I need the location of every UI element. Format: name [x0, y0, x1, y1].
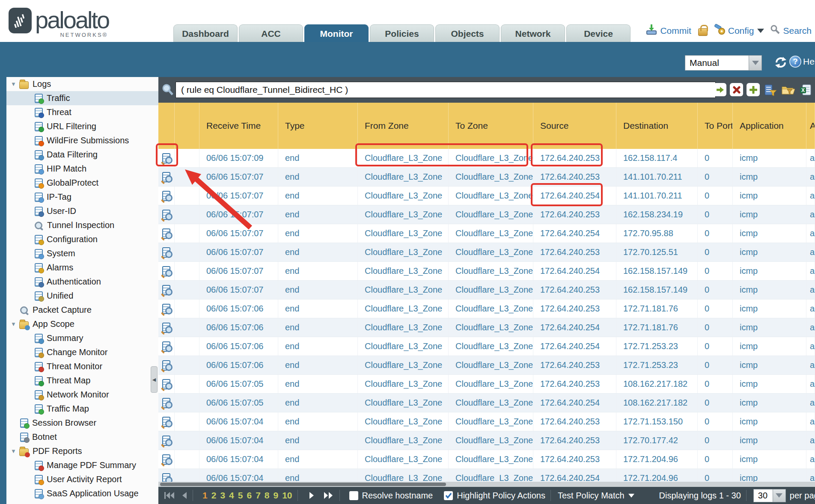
table-row[interactable]: 06/06 15:07:04endCloudflare_L3_ZoneCloud…: [158, 431, 815, 450]
log-detail-icon[interactable]: [162, 247, 170, 258]
table-row[interactable]: 06/06 15:07:05endCloudflare_L3_ZoneCloud…: [158, 394, 815, 412]
sidebar-item-user-id[interactable]: User-ID: [6, 204, 158, 218]
log-detail-icon[interactable]: [162, 473, 170, 482]
add-filter-icon[interactable]: [747, 83, 760, 96]
tab-network[interactable]: Network: [501, 24, 565, 42]
table-row[interactable]: 06/06 15:07:06endCloudflare_L3_ZoneCloud…: [158, 318, 815, 337]
sidebar-item-system[interactable]: System: [6, 246, 158, 261]
page-8[interactable]: 8: [265, 490, 270, 501]
expand-triangle-icon[interactable]: ▼: [11, 321, 19, 327]
sidebar-item-logs[interactable]: ▼Logs: [6, 77, 158, 91]
sidebar-item-botnet[interactable]: Botnet: [6, 430, 158, 444]
column-header-from-zone[interactable]: From Zone: [358, 103, 449, 149]
clear-filter-icon[interactable]: [730, 83, 743, 96]
sidebar-item-manage-pdf-summary[interactable]: Manage PDF Summary: [6, 458, 158, 472]
sidebar-item-authentication[interactable]: Authentication: [6, 275, 158, 289]
sidebar-item-tunnel-inspection[interactable]: Tunnel Inspection: [6, 218, 158, 232]
table-row[interactable]: 06/06 15:07:04endCloudflare_L3_ZoneCloud…: [158, 469, 815, 482]
filter-query-input[interactable]: [175, 82, 716, 98]
log-detail-icon[interactable]: [162, 172, 170, 182]
column-header-destination[interactable]: Destination: [616, 103, 698, 149]
column-header-action[interactable]: Action: [806, 103, 815, 149]
table-row[interactable]: 06/06 15:07:07endCloudflare_L3_ZoneCloud…: [158, 262, 815, 281]
log-detail-icon[interactable]: [162, 210, 170, 220]
table-row[interactable]: 06/06 15:07:07endCloudflare_L3_ZoneCloud…: [158, 168, 815, 187]
export-to-csv-icon[interactable]: X: [798, 83, 812, 96]
log-detail-icon[interactable]: [162, 323, 170, 333]
refresh-button[interactable]: [774, 56, 788, 70]
commit-button[interactable]: Commit: [645, 24, 691, 37]
sidebar-item-summary[interactable]: Summary: [6, 331, 158, 345]
sidebar-item-pdf-reports[interactable]: ▼PDF Reports: [6, 444, 158, 458]
sidebar-item-threat-monitor[interactable]: Threat Monitor: [6, 359, 158, 374]
log-detail-icon[interactable]: [162, 379, 170, 389]
page-2[interactable]: 2: [211, 490, 217, 501]
sidebar-item-globalprotect[interactable]: GlobalProtect: [6, 176, 158, 190]
table-row[interactable]: 06/06 15:07:07endCloudflare_L3_ZoneCloud…: [158, 281, 815, 299]
table-row[interactable]: 06/06 15:07:05endCloudflare_L3_ZoneCloud…: [158, 375, 815, 394]
sidebar-item-ip-tag[interactable]: IP-Tag: [6, 190, 158, 204]
sidebar-item-threat[interactable]: Threat: [6, 105, 158, 119]
page-3[interactable]: 3: [220, 490, 225, 501]
sidebar-item-wildfire-submissions[interactable]: WildFire Submissions: [6, 133, 158, 148]
log-detail-icon[interactable]: [162, 398, 170, 408]
log-detail-icon[interactable]: [162, 436, 170, 446]
sidebar-item-app-scope[interactable]: ▼App Scope: [6, 317, 158, 331]
page-1[interactable]: 1: [202, 490, 208, 501]
load-filter-icon[interactable]: [781, 83, 795, 96]
page-7[interactable]: 7: [256, 490, 261, 501]
sidebar-item-traffic-map[interactable]: Traffic Map: [6, 402, 158, 416]
table-row[interactable]: 06/06 15:07:07endCloudflare_L3_ZoneCloud…: [158, 224, 815, 243]
horizontal-scrollbar-thumb[interactable]: [160, 483, 446, 486]
log-detail-icon[interactable]: [162, 417, 170, 427]
horizontal-scrollbar[interactable]: [158, 482, 815, 487]
config-button[interactable]: Config: [714, 24, 764, 37]
sidebar-item-session-browser[interactable]: Session Browser: [6, 416, 158, 430]
sidebar-item-network-monitor[interactable]: Network Monitor: [6, 388, 158, 402]
apply-filter-icon[interactable]: [713, 83, 726, 96]
table-row[interactable]: 06/06 15:07:06endCloudflare_L3_ZoneCloud…: [158, 356, 815, 375]
sidebar-item-packet-capture[interactable]: Packet Capture: [6, 303, 158, 317]
next-page-button[interactable]: [309, 492, 315, 499]
column-header-to-zone[interactable]: To Zone: [449, 103, 533, 149]
log-detail-icon[interactable]: [162, 341, 170, 352]
table-row[interactable]: 06/06 15:07:06endCloudflare_L3_ZoneCloud…: [158, 337, 815, 356]
per-page-dropdown-button[interactable]: [773, 489, 786, 502]
table-row[interactable]: 06/06 15:07:06endCloudflare_L3_ZoneCloud…: [158, 299, 815, 318]
tab-objects[interactable]: Objects: [435, 24, 500, 42]
test-policy-match-button[interactable]: Test Policy Match: [558, 491, 634, 501]
highlight-policy-actions-checkbox[interactable]: [444, 491, 453, 500]
sidebar-item-unified[interactable]: Unified: [6, 289, 158, 303]
column-header-to-port[interactable]: To Port: [698, 103, 733, 149]
sidebar-item-saas-application-usage[interactable]: SaaS Application Usage: [6, 486, 158, 501]
log-detail-icon[interactable]: [162, 153, 170, 163]
column-header-application[interactable]: Application: [733, 103, 806, 149]
resolve-hostname-checkbox[interactable]: [349, 491, 358, 500]
refresh-mode-dropdown-button[interactable]: [749, 55, 762, 71]
help-button[interactable]: ? Help: [789, 56, 815, 68]
sidebar-item-traffic[interactable]: Traffic: [6, 91, 158, 105]
refresh-mode-select[interactable]: Manual: [685, 55, 762, 71]
page-9[interactable]: 9: [274, 490, 279, 501]
sidebar-collapse-handle[interactable]: ◀: [151, 366, 158, 393]
log-detail-icon[interactable]: [162, 191, 170, 201]
log-detail-icon[interactable]: [162, 228, 170, 239]
sidebar-item-url-filtering[interactable]: URL Filtering: [6, 119, 158, 133]
page-5[interactable]: 5: [238, 490, 243, 501]
last-page-button[interactable]: [323, 492, 334, 499]
log-detail-icon[interactable]: [162, 360, 170, 371]
previous-page-button[interactable]: [181, 492, 187, 499]
column-header-receive-time[interactable]: Receive Time: [199, 103, 278, 149]
lock-icon[interactable]: [698, 28, 708, 36]
log-detail-icon[interactable]: [162, 304, 170, 314]
tab-monitor[interactable]: Monitor: [304, 24, 369, 42]
filter-builder-icon[interactable]: [763, 83, 777, 96]
log-detail-icon[interactable]: [162, 266, 170, 276]
log-detail-icon[interactable]: [162, 454, 170, 465]
table-row[interactable]: 06/06 15:07:07endCloudflare_L3_ZoneCloud…: [158, 205, 815, 224]
page-6[interactable]: 6: [247, 490, 252, 501]
per-page-select[interactable]: 30: [753, 489, 786, 502]
page-10[interactable]: 10: [282, 490, 292, 501]
column-header-type[interactable]: Type: [278, 103, 358, 149]
table-row[interactable]: 06/06 15:07:07endCloudflare_L3_ZoneCloud…: [158, 243, 815, 262]
